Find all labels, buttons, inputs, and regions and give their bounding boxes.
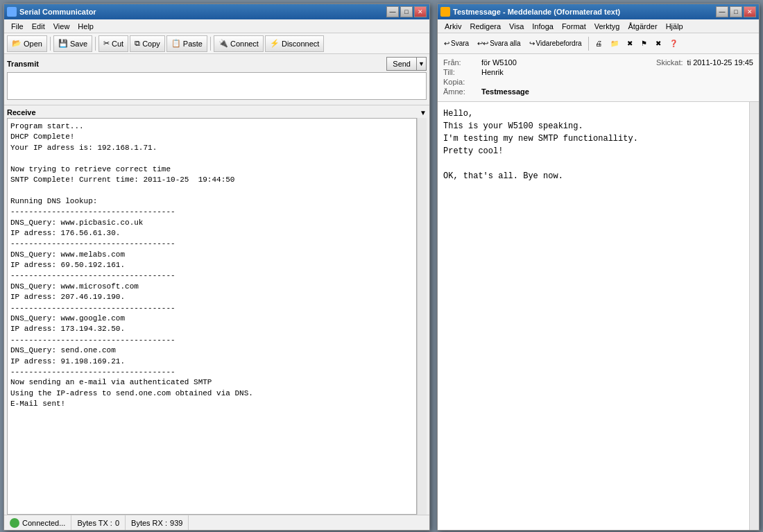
to-label: Till: <box>443 68 481 76</box>
email-content-area: Hello, This is your W5100 speaking. I'm … <box>438 102 759 530</box>
bytes-tx-value: 0 <box>115 519 119 527</box>
bytes-rx-value: 939 <box>170 519 182 527</box>
email-window-icon <box>440 7 450 17</box>
serial-menu-edit[interactable]: Edit <box>28 21 49 32</box>
toolbar-sep-2 <box>95 37 96 51</box>
forward-label: Vidarebefordra <box>536 40 582 47</box>
email-title-bar: Testmessage - Meddelande (Oformaterad te… <box>438 4 759 19</box>
save-button[interactable]: 💾 Save <box>53 35 92 52</box>
email-menu-bar: Arkiv Redigera Visa Infoga Format Verkty… <box>438 19 759 33</box>
email-menu-atgarder[interactable]: Åtgärder <box>624 21 661 32</box>
email-toolbar: ↩ Svara ↩↩ Svara alla ↪ Vidarebefordra 🖨… <box>438 33 759 54</box>
cut-icon: ✂ <box>103 39 110 48</box>
serial-minimize-button[interactable]: — <box>386 6 399 17</box>
connection-status-icon <box>10 518 19 528</box>
print-button[interactable]: 🖨 <box>592 35 606 52</box>
serial-menu-view[interactable]: View <box>49 21 74 32</box>
reply-label: Svara <box>451 40 469 47</box>
serial-window-icon <box>7 7 17 17</box>
reply-all-icon: ↩↩ <box>477 40 488 47</box>
close-email-button[interactable]: ✖ <box>652 35 665 52</box>
send-button[interactable]: Send <box>386 57 417 71</box>
serial-status-bar: Connected... Bytes TX : 0 Bytes RX : 939 <box>4 515 429 530</box>
serial-communicator-window: Serial Communicator — □ ✕ File Edit View… <box>3 3 430 531</box>
flag-button[interactable]: ⚑ <box>637 35 651 52</box>
receive-dropdown-icon[interactable]: ▼ <box>420 109 427 117</box>
email-menu-verktyg[interactable]: Verktyg <box>590 21 624 32</box>
cc-row: Kopia: <box>443 78 753 86</box>
email-body-scrollbar[interactable] <box>749 102 759 530</box>
connect-label: Connect <box>230 40 259 48</box>
email-body: Arkiv Redigera Visa Infoga Format Verkty… <box>438 19 759 530</box>
delete-icon: ✖ <box>627 40 633 47</box>
reply-all-button[interactable]: ↩↩ Svara alla <box>474 35 524 52</box>
copy-icon: ⧉ <box>135 39 140 48</box>
receive-header: Receive ▼ <box>7 108 427 117</box>
from-row: Från: för W5100 Skickat: ti 2011-10-25 1… <box>443 58 753 67</box>
open-button[interactable]: 📂 Open <box>7 35 47 52</box>
connection-status-text: Connected... <box>22 519 65 527</box>
from-label: Från: <box>443 58 481 67</box>
receive-label: Receive <box>7 108 36 117</box>
serial-close-button[interactable]: ✕ <box>414 6 427 17</box>
bytes-rx-segment: Bytes RX : 939 <box>126 515 189 530</box>
move-icon: 📁 <box>610 40 619 47</box>
serial-maximize-button[interactable]: □ <box>400 6 413 17</box>
toolbar-sep-3 <box>210 37 211 51</box>
connect-button[interactable]: 🔌 Connect <box>214 35 264 52</box>
serial-menu-file[interactable]: File <box>7 21 28 32</box>
transmit-input[interactable] <box>7 72 427 100</box>
help-icon: ❓ <box>669 40 678 47</box>
transmit-section: Transmit Send ▼ <box>4 54 429 105</box>
serial-toolbar: 📂 Open 💾 Save ✂ Cut ⧉ Copy 📋 Paste <box>4 33 429 54</box>
email-menu-redigera[interactable]: Redigera <box>465 21 505 32</box>
forward-icon: ↪ <box>529 40 535 47</box>
print-icon: 🖨 <box>595 40 602 47</box>
toolbar-sep-1 <box>50 37 51 51</box>
email-menu-hjalp[interactable]: Hjälp <box>662 21 687 32</box>
copy-button[interactable]: ⧉ Copy <box>130 35 165 52</box>
email-menu-infoga[interactable]: Infoga <box>528 21 558 32</box>
bytes-tx-label: Bytes TX : <box>77 519 112 527</box>
serial-menu-bar: File Edit View Help <box>4 19 429 33</box>
disconnect-icon: ⚡ <box>270 39 280 48</box>
serial-menu-help[interactable]: Help <box>74 21 98 32</box>
cut-button[interactable]: ✂ Cut <box>98 35 128 52</box>
email-menu-visa[interactable]: Visa <box>505 21 528 32</box>
send-dropdown-arrow: ▼ <box>418 60 425 67</box>
email-close-button[interactable]: ✕ <box>744 6 756 17</box>
bytes-rx-label: Bytes RX : <box>131 519 167 527</box>
send-dropdown-button[interactable]: ▼ <box>417 57 427 71</box>
email-body-scroll-area: Hello, This is your W5100 speaking. I'm … <box>438 102 759 530</box>
bytes-tx-segment: Bytes TX : 0 <box>71 515 126 530</box>
reply-all-label: Svara alla <box>490 40 520 47</box>
close-email-icon: ✖ <box>655 40 661 47</box>
forward-button[interactable]: ↪ Vidarebefordra <box>526 35 585 52</box>
email-menu-format[interactable]: Format <box>558 21 590 32</box>
reply-button[interactable]: ↩ Svara <box>440 35 472 52</box>
help-button[interactable]: ❓ <box>666 35 681 52</box>
to-row: Till: Henrik <box>443 68 753 76</box>
receive-content-area: Program start... DHCP Complete! Your IP … <box>7 118 427 515</box>
receive-scrollbar[interactable] <box>417 118 427 515</box>
email-maximize-button[interactable]: □ <box>730 6 742 17</box>
paste-button[interactable]: 📋 Paste <box>166 35 207 52</box>
serial-title-bar: Serial Communicator — □ ✕ <box>4 4 429 19</box>
sent-value: ti 2011-10-25 19:45 <box>687 58 753 67</box>
email-header: Från: för W5100 Skickat: ti 2011-10-25 1… <box>438 54 759 102</box>
serial-body: File Edit View Help 📂 Open 💾 Save ✂ Cut … <box>4 19 429 530</box>
reply-icon: ↩ <box>444 40 449 47</box>
connect-icon: 🔌 <box>218 39 228 48</box>
receive-section: Receive ▼ Program start... DHCP Complete… <box>4 105 429 515</box>
disconnect-label: Disconnect <box>282 40 319 48</box>
email-window-title: Testmessage - Meddelande (Oformaterad te… <box>453 8 716 16</box>
save-label: Save <box>70 40 87 48</box>
email-minimize-button[interactable]: — <box>716 6 728 17</box>
sent-label: Skickat: <box>656 58 683 67</box>
delete-button[interactable]: ✖ <box>624 35 636 52</box>
receive-text: Program start... DHCP Complete! Your IP … <box>7 118 417 515</box>
email-body-text: Hello, This is your W5100 speaking. I'm … <box>438 102 749 530</box>
move-button[interactable]: 📁 <box>607 35 622 52</box>
email-menu-arkiv[interactable]: Arkiv <box>440 21 465 32</box>
disconnect-button[interactable]: ⚡ Disconnect <box>265 35 324 52</box>
